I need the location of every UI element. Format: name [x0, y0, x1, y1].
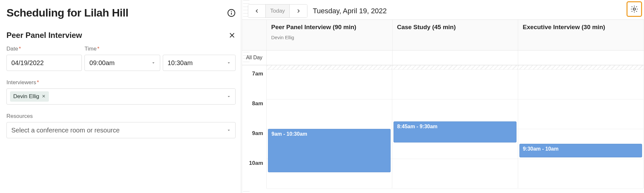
chevron-down-icon [226, 94, 231, 99]
start-time-select[interactable]: 09:00am [84, 55, 160, 71]
time-gutter-head [242, 20, 267, 50]
prev-button[interactable] [248, 5, 266, 17]
calendar-header-row: Peer Panel Interview (90 min) Devin Elli… [242, 19, 644, 51]
lane-body[interactable]: 9am - 10:30am [267, 65, 392, 188]
svg-point-2 [231, 11, 232, 12]
lane-header: Case Study (45 min) [393, 20, 518, 50]
svg-point-7 [633, 8, 636, 10]
current-date: Tuesday, April 19, 2022 [313, 7, 387, 15]
hour-label: 9am [242, 129, 266, 159]
date-nav-group: Today [248, 4, 307, 18]
allday-row: All Day [242, 51, 644, 65]
lane-title: Case Study (45 min) [397, 24, 514, 31]
hour-label: 7am [242, 69, 266, 99]
panel-header: Scheduling for Lilah Hill [6, 6, 236, 19]
date-value: 04/19/2022 [11, 59, 44, 67]
page-title: Scheduling for Lilah Hill [6, 6, 128, 19]
allday-cell[interactable] [393, 51, 518, 65]
calendar-toolbar: Today Tuesday, April 19, 2022 [242, 0, 644, 19]
chevron-down-icon [151, 60, 156, 65]
resources-select[interactable]: Select a conference room or resource [6, 122, 236, 138]
lane-body[interactable]: 9:30am - 10am [518, 65, 644, 188]
chip-remove-icon[interactable] [42, 94, 46, 99]
scheduling-panel: Scheduling for Lilah Hill Peer Panel Int… [0, 0, 241, 193]
chevron-down-icon [226, 60, 231, 65]
resources-placeholder: Select a conference room or resource [11, 127, 120, 134]
allday-label: All Day [242, 51, 267, 65]
calendar-event[interactable]: 9:30am - 10am [519, 144, 642, 157]
hour-label: 10am [242, 159, 266, 188]
allday-cell[interactable] [267, 51, 393, 65]
next-button[interactable] [290, 5, 307, 17]
calendar-body: 7am 8am 9am 10am 9am - 10:30am 8:45am - … [242, 65, 644, 188]
interviewer-chip-label: Devin Ellig [13, 93, 39, 100]
date-label: Date* [6, 46, 82, 52]
lane-subtitle: Devin Ellig [271, 35, 388, 40]
allday-cell[interactable] [518, 51, 644, 65]
section-title: Peer Panel Interview [6, 31, 82, 40]
interviewers-input[interactable]: Devin Ellig [6, 88, 236, 105]
date-time-row: Date* 04/19/2022 Time* 09:00am . 10:30am [6, 46, 236, 71]
start-time-value: 09:00am [89, 59, 115, 67]
lane-header: Peer Panel Interview (90 min) Devin Elli… [267, 20, 393, 50]
time-gutter: 7am 8am 9am 10am [242, 65, 267, 188]
interviewer-chip[interactable]: Devin Ellig [10, 91, 49, 102]
lane-title: Peer Panel Interview (90 min) [271, 24, 388, 31]
lane-title: Executive Interview (30 min) [523, 24, 639, 31]
settings-button[interactable] [627, 1, 642, 17]
calendar-event[interactable]: 8:45am - 9:30am [394, 121, 516, 142]
time-label: Time* [84, 46, 160, 52]
chevron-down-icon [226, 128, 231, 133]
lane-body[interactable]: 8:45am - 9:30am [392, 65, 518, 188]
hour-label: 8am [242, 99, 266, 129]
section-header: Peer Panel Interview [6, 31, 236, 40]
end-time-select[interactable]: 10:30am [163, 55, 236, 71]
info-icon[interactable] [227, 9, 236, 17]
today-button[interactable]: Today [266, 5, 290, 17]
close-icon[interactable] [228, 32, 236, 39]
end-time-value: 10:30am [168, 59, 193, 67]
lane-header: Executive Interview (30 min) [518, 20, 644, 50]
calendar-event[interactable]: 9am - 10:30am [268, 129, 391, 172]
interviewers-label: Interviewers* [6, 79, 236, 86]
date-input[interactable]: 04/19/2022 [6, 55, 82, 71]
resources-label: Resources [6, 113, 236, 119]
calendar-pane: Today Tuesday, April 19, 2022 Peer Panel… [242, 0, 644, 193]
gear-icon [630, 5, 638, 13]
